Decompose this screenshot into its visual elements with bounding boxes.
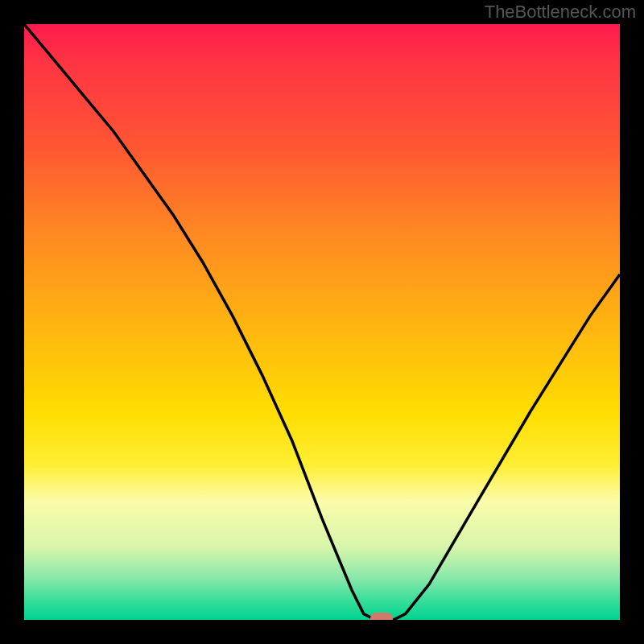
watermark-text: TheBottleneck.com (485, 2, 636, 23)
plot-area (24, 24, 620, 620)
optimal-marker (370, 613, 393, 620)
curve-svg (24, 24, 620, 620)
bottleneck-curve-path (24, 24, 620, 620)
chart-container: TheBottleneck.com (0, 0, 644, 644)
